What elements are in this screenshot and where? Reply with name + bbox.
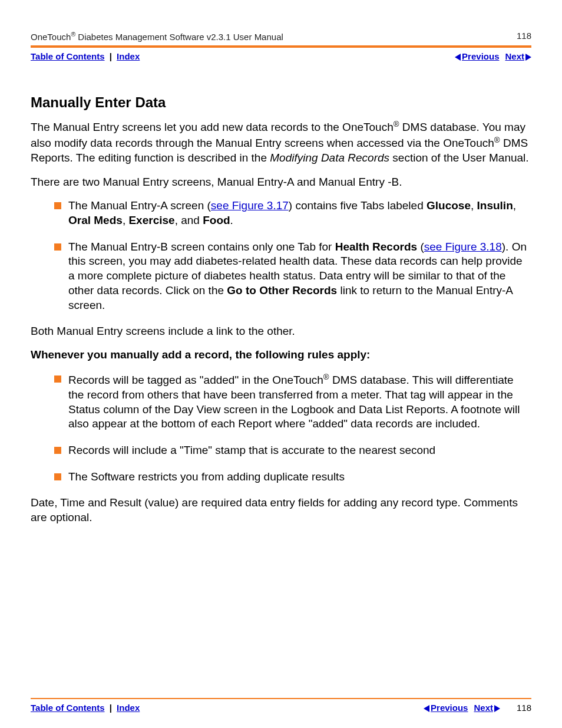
figure-link-3-17[interactable]: see Figure 3.17 xyxy=(211,199,289,212)
paragraph-1: The Manual Entry screens let you add new… xyxy=(31,119,531,166)
figure-link-3-18[interactable]: see Figure 3.18 xyxy=(424,241,502,253)
triangle-right-icon xyxy=(525,54,531,61)
list-item: The Manual Entry-B screen contains only … xyxy=(54,240,531,312)
nav-top: Table of Contents | Index Previous Next xyxy=(31,51,531,61)
nav-separator: | xyxy=(110,51,112,61)
paragraph-4: Date, Time and Result (value) are requir… xyxy=(31,496,531,525)
paragraph-2: There are two Manual Entry screens, Manu… xyxy=(31,175,531,190)
next-link-wrap-footer[interactable]: Next xyxy=(474,703,500,713)
list-item: Records will be tagged as "added" in the… xyxy=(54,372,531,431)
paragraph-3: Both Manual Entry screens include a link… xyxy=(31,324,531,339)
next-link-wrap[interactable]: Next xyxy=(505,51,531,61)
index-link[interactable]: Index xyxy=(117,51,140,61)
list-item: The Software restricts you from adding d… xyxy=(54,470,531,485)
next-link-footer[interactable]: Next xyxy=(474,703,493,713)
header-rule xyxy=(31,45,531,48)
prev-link[interactable]: Previous xyxy=(462,51,499,61)
triangle-left-icon xyxy=(455,54,461,61)
triangle-right-icon xyxy=(494,705,500,712)
section-title: Manually Enter Data xyxy=(31,94,531,111)
header-title: OneTouch® Diabetes Management Software v… xyxy=(31,31,283,42)
prev-link-wrap-footer[interactable]: Previous xyxy=(424,703,468,713)
rules-heading: Whenever you manually add a record, the … xyxy=(31,348,531,361)
triangle-left-icon xyxy=(424,705,429,712)
page-footer: Table of Contents | Index Previous Next … xyxy=(31,698,531,713)
prev-link-wrap[interactable]: Previous xyxy=(455,51,499,61)
list-item: The Manual Entry-A screen (see Figure 3.… xyxy=(54,199,531,228)
page-content: Manually Enter Data The Manual Entry scr… xyxy=(31,94,531,525)
next-link[interactable]: Next xyxy=(505,51,524,61)
prev-link-footer[interactable]: Previous xyxy=(431,703,468,713)
nav-separator: | xyxy=(110,703,112,713)
index-link-footer[interactable]: Index xyxy=(117,703,140,713)
rules-list: Records will be tagged as "added" in the… xyxy=(54,372,531,484)
footer-rule xyxy=(31,698,531,699)
header-page-number: 118 xyxy=(517,31,531,42)
list-item: Records will include a "Time" stamp that… xyxy=(54,443,531,458)
footer-page-number: 118 xyxy=(517,703,531,713)
toc-link[interactable]: Table of Contents xyxy=(31,51,105,61)
toc-link-footer[interactable]: Table of Contents xyxy=(31,703,105,713)
screens-list: The Manual Entry-A screen (see Figure 3.… xyxy=(54,199,531,312)
